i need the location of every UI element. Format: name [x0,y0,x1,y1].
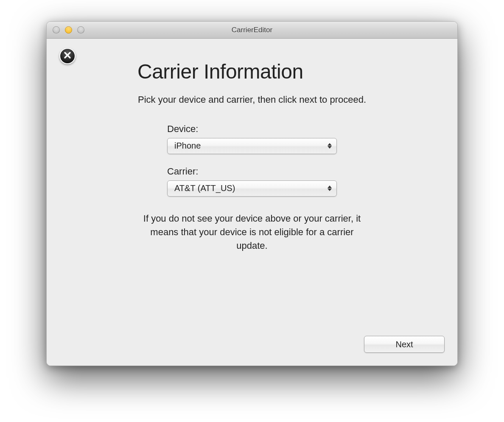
traffic-lights [47,26,84,34]
titlebar: CarrierEditor [47,22,457,39]
eligibility-note: If you do not see your device above or y… [137,212,367,253]
device-label: Device: [167,124,337,135]
device-select-value: iPhone [174,141,201,151]
carrier-select[interactable]: AT&T (ATT_US) [167,180,337,197]
device-field: Device: iPhone [167,124,337,154]
page-title: Carrier Information [137,60,367,83]
window-title: CarrierEditor [47,26,457,34]
page-subtitle: Pick your device and carrier, then click… [137,93,367,107]
window-zoom-button[interactable] [77,26,84,34]
carrier-label: Carrier: [167,166,337,177]
carrier-select-value: AT&T (ATT_US) [174,183,235,193]
window-minimize-button[interactable] [65,26,72,34]
footer: Next [364,336,445,353]
chevron-up-down-icon [327,143,332,149]
chevron-up-down-icon [327,186,332,191]
window-content: Carrier Information Pick your device and… [47,39,457,366]
carrier-field: Carrier: AT&T (ATT_US) [167,166,337,197]
app-window: CarrierEditor Carrier Information Pick y… [46,21,458,366]
close-x-icon [63,51,72,61]
device-select[interactable]: iPhone [167,138,337,154]
window-close-button[interactable] [53,26,60,34]
main-panel: Carrier Information Pick your device and… [137,60,367,252]
form: Device: iPhone Carrier: AT&T (ATT_US) [167,124,337,197]
close-badge-button[interactable] [59,48,76,64]
next-button[interactable]: Next [364,336,445,353]
